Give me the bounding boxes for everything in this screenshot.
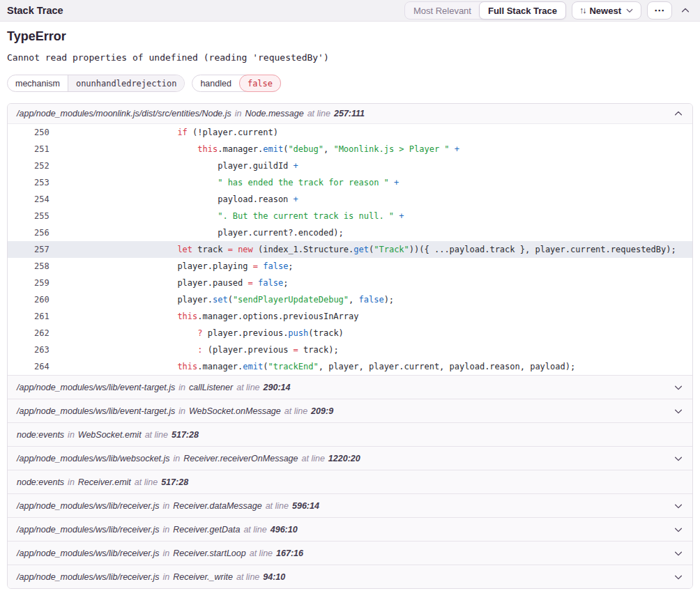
tag-handled[interactable]: handled false	[192, 75, 281, 92]
frame-line-number: 596:14	[292, 501, 319, 511]
frame-header[interactable]: /app/node_modules/ws/lib/receiver.jsinRe…	[8, 494, 692, 517]
code-line: 251 this.manager.emit("debug", "Moonlink…	[8, 141, 692, 158]
code-context: 250 if (!player.current)251 this.manager…	[8, 124, 692, 375]
in-label: in	[178, 406, 185, 416]
code-text: player.paused = false;	[56, 275, 692, 291]
code-line: 264 this.manager.emit("trackEnd", player…	[8, 358, 692, 375]
frame-line-number: 290:14	[264, 383, 291, 392]
tag-mechanism[interactable]: mechanism onunhandledrejection	[7, 75, 185, 92]
in-label: in	[163, 572, 170, 582]
line-number: 253	[8, 174, 56, 191]
frame-header[interactable]: /app/node_modules/ws/lib/receiver.jsinRe…	[8, 518, 692, 541]
view-toggle: Most Relevant Full Stack Trace	[404, 1, 566, 20]
code-line: 258 player.playing = false;	[8, 258, 692, 275]
line-number: 250	[8, 124, 56, 141]
in-label: in	[174, 454, 181, 463]
at-line-label: at line	[307, 109, 330, 118]
frame-header[interactable]: /app/node_modules/ws/lib/receiver.jsinRe…	[8, 542, 692, 565]
tag-key: handled	[192, 75, 239, 91]
frame-function: Receiver.receiverOnMessage	[183, 454, 298, 463]
frame-function: WebSocket.onMessage	[189, 406, 281, 416]
code-text: player.playing = false;	[56, 258, 692, 275]
frame-line-number: 94:10	[263, 572, 285, 582]
frame-path: /app/node_modules/ws/lib/event-target.js	[17, 406, 175, 416]
collapse-section-button[interactable]	[678, 1, 693, 20]
code-text: ? player.previous.push(track)	[56, 325, 692, 341]
sort-label: Newest	[589, 6, 621, 16]
code-text: this.manager.emit("debug", "Moonlink.js …	[56, 141, 692, 158]
stack-trace-list: /app/node_modules/moonlink.js/dist/src/e…	[7, 103, 693, 589]
frame-header[interactable]: node:eventsinReceiver.emitat line517:28	[8, 470, 692, 493]
code-line: 254 payload.reason +	[8, 191, 692, 208]
tag-value: onunhandledrejection	[68, 75, 185, 91]
line-number: 255	[8, 208, 56, 224]
chevron-down-icon	[674, 501, 683, 511]
line-number: 252	[8, 158, 56, 174]
frame-header[interactable]: /app/node_modules/ws/lib/event-target.js…	[8, 376, 692, 399]
frame-line-number: 496:10	[271, 525, 298, 535]
frame: node:eventsinWebSocket.emitat line517:28	[8, 422, 692, 446]
stack-trace-toolbar: Stack Trace Most Relevant Full Stack Tra…	[0, 0, 700, 22]
code-line: 250 if (!player.current)	[8, 124, 692, 141]
in-label: in	[163, 525, 170, 535]
chevron-down-icon	[674, 548, 683, 558]
code-text: player.guildId +	[56, 158, 692, 174]
frame-header[interactable]: /app/node_modules/ws/lib/event-target.js…	[8, 399, 692, 422]
frame: /app/node_modules/ws/lib/websocket.jsinR…	[8, 446, 692, 470]
frame: /app/node_modules/ws/lib/event-target.js…	[8, 375, 692, 399]
frame-path: /app/node_modules/ws/lib/event-target.js	[17, 383, 175, 392]
at-line-label: at line	[266, 501, 289, 511]
section-title: Stack Trace	[7, 5, 63, 16]
toggle-full-stack-trace[interactable]: Full Stack Trace	[479, 1, 566, 20]
in-label: in	[163, 548, 170, 558]
frame-title: /app/node_modules/ws/lib/websocket.jsinR…	[17, 454, 360, 463]
frame-function: Receiver.emit	[78, 477, 131, 487]
line-number: 264	[8, 358, 56, 375]
code-text: player.set("sendPlayerUpdateDebug", fals…	[56, 291, 692, 308]
at-line-label: at line	[135, 477, 158, 487]
in-label: in	[178, 383, 185, 392]
chevron-down-icon	[674, 572, 683, 582]
error-message: Cannot read properties of undefined (rea…	[7, 52, 693, 63]
frame-header[interactable]: /app/node_modules/ws/lib/receiver.jsinRe…	[8, 565, 692, 588]
line-number: 261	[8, 308, 56, 325]
frame-path: /app/node_modules/ws/lib/receiver.js	[17, 572, 160, 582]
frame-header[interactable]: /app/node_modules/ws/lib/websocket.jsinR…	[8, 447, 692, 470]
active-code-line: 257 let track = new (index_1.Structure.g…	[8, 241, 692, 258]
frame: /app/node_modules/ws/lib/receiver.jsinRe…	[8, 565, 692, 588]
code-text: this.manager.emit("trackEnd", player, pl…	[56, 358, 692, 375]
frame-header[interactable]: node:eventsinWebSocket.emitat line517:28	[8, 423, 692, 446]
frame-title: node:eventsinReceiver.emitat line517:28	[17, 477, 188, 487]
code-line: 262 ? player.previous.push(track)	[8, 325, 692, 341]
line-number: 259	[8, 275, 56, 291]
chevron-down-icon	[674, 406, 683, 416]
frame-line-number: 517:28	[172, 430, 199, 440]
frame-path: /app/node_modules/ws/lib/receiver.js	[17, 548, 160, 558]
chevron-down-icon	[674, 454, 683, 463]
more-options-button[interactable]: ⋯	[647, 1, 672, 20]
chevron-down-icon	[625, 6, 634, 15]
code-line: 261 this.manager.options.previousInArray	[8, 308, 692, 325]
frame: /app/node_modules/ws/lib/event-target.js…	[8, 399, 692, 422]
code-line: 255 ". But the current track is null. " …	[8, 208, 692, 224]
code-text: " has ended the track for reason " +	[56, 174, 692, 191]
frame-title: /app/node_modules/ws/lib/receiver.jsinRe…	[17, 525, 298, 535]
frame: /app/node_modules/moonlink.js/dist/src/e…	[8, 104, 692, 375]
frame-function: callListener	[189, 383, 233, 392]
frame: /app/node_modules/ws/lib/receiver.jsinRe…	[8, 493, 692, 517]
code-line: 260 player.set("sendPlayerUpdateDebug", …	[8, 291, 692, 308]
at-line-label: at line	[302, 454, 325, 463]
frame-title: /app/node_modules/ws/lib/event-target.js…	[17, 383, 290, 392]
toggle-most-relevant[interactable]: Most Relevant	[405, 2, 480, 19]
code-text: : (player.previous = track);	[56, 341, 692, 358]
sort-button[interactable]: ↑↓ Newest	[572, 1, 641, 20]
at-line-label: at line	[236, 572, 259, 582]
frame-header[interactable]: /app/node_modules/moonlink.js/dist/src/e…	[8, 104, 692, 124]
line-number: 251	[8, 141, 56, 158]
in-label: in	[163, 501, 170, 511]
code-text: player.current?.encoded);	[56, 224, 692, 241]
frame-title: /app/node_modules/ws/lib/receiver.jsinRe…	[17, 548, 303, 558]
code-text: ". But the current track is null. " +	[56, 208, 692, 224]
at-line-label: at line	[145, 430, 168, 440]
frame-function: Node.message	[245, 109, 304, 118]
